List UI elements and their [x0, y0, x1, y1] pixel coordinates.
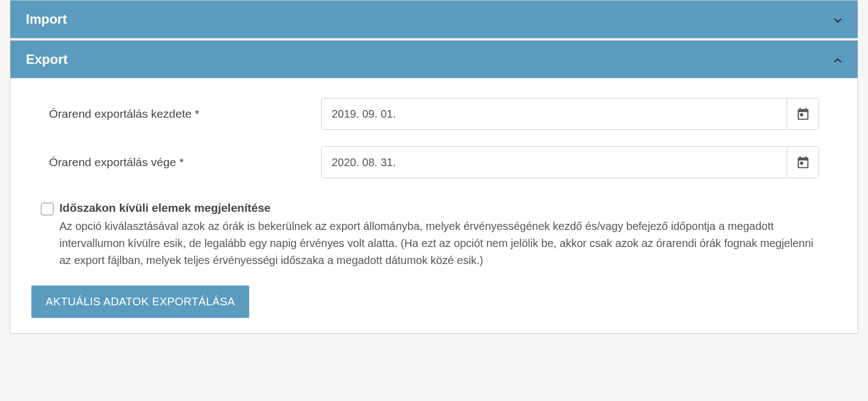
start-date-label: Órarend exportálás kezdete * — [49, 107, 321, 120]
end-date-input-wrap — [321, 146, 819, 178]
export-panel-title: Export — [26, 52, 68, 67]
out-of-period-checkbox-row: Időszakon kívüli elemek megjelenítése Az… — [41, 201, 819, 269]
checkbox-description: Az opció kiválasztásával azok az órák is… — [59, 218, 819, 269]
import-panel: Import — [10, 0, 858, 39]
start-date-picker-button[interactable] — [787, 98, 818, 129]
export-panel: Export Órarend exportálás kezdete * — [10, 40, 858, 334]
calendar-icon — [796, 155, 810, 169]
start-date-input-wrap — [321, 98, 819, 130]
end-date-picker-button[interactable] — [787, 147, 818, 178]
start-date-input[interactable] — [322, 98, 787, 129]
import-panel-header[interactable]: Import — [10, 1, 858, 38]
end-date-label: Órarend exportálás vége * — [49, 156, 321, 169]
calendar-icon — [796, 107, 810, 121]
start-date-row: Órarend exportálás kezdete * — [49, 98, 819, 130]
export-panel-header[interactable]: Export — [10, 41, 858, 78]
import-panel-title: Import — [26, 12, 67, 27]
checkbox-title: Időszakon kívüli elemek megjelenítése — [59, 201, 819, 215]
export-panel-body: Órarend exportálás kezdete * Órarend exp… — [10, 78, 858, 333]
checkbox-content: Időszakon kívüli elemek megjelenítése Az… — [59, 201, 819, 269]
export-button[interactable]: AKTUÁLIS ADATOK EXPORTÁLÁSA — [31, 285, 249, 318]
end-date-row: Órarend exportálás vége * — [49, 146, 819, 178]
out-of-period-checkbox[interactable] — [41, 202, 54, 216]
chevron-up-icon — [831, 54, 842, 65]
end-date-input[interactable] — [322, 147, 787, 178]
chevron-down-icon — [831, 14, 842, 25]
